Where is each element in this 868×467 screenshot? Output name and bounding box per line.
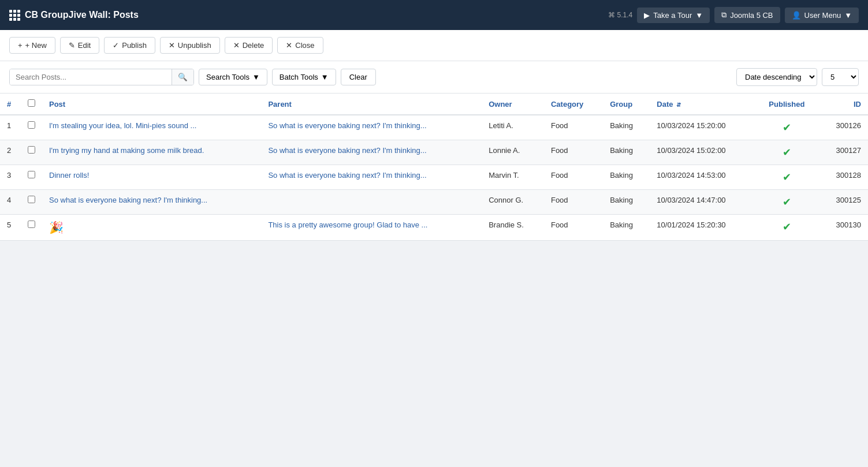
batch-tools-label: Batch Tools	[280, 73, 318, 81]
post-link[interactable]: I'm stealing your idea, lol. Mini-pies s…	[49, 121, 196, 130]
batch-tools-chevron-icon: ▼	[321, 73, 329, 81]
row-id: 300125	[818, 190, 868, 215]
row-owner: Connor G.	[482, 190, 544, 215]
joomla-button[interactable]: ⧉ Joomla 5 CB	[714, 7, 780, 23]
publish-button[interactable]: ✓ Publish	[104, 37, 155, 54]
row-num: 4	[0, 190, 21, 215]
table-row: 5🎉This is a pretty awesome group! Glad t…	[0, 215, 868, 241]
published-checkmark: ✔	[783, 171, 791, 183]
row-num: 5	[0, 215, 21, 241]
parent-link[interactable]: So what is everyone baking next? I'm thi…	[268, 171, 426, 180]
tour-label: Take a Tour	[653, 11, 692, 20]
row-published[interactable]: ✔	[755, 190, 819, 215]
row-group: Baking	[603, 190, 650, 215]
row-parent: So what is everyone baking next? I'm thi…	[261, 165, 482, 190]
clear-button[interactable]: Clear	[341, 69, 376, 85]
row-checkbox[interactable]	[28, 146, 35, 154]
row-published[interactable]: ✔	[755, 115, 819, 140]
col-num: #	[0, 94, 21, 115]
row-id: 300126	[818, 115, 868, 140]
post-link[interactable]: Dinner rolls!	[49, 171, 89, 180]
search-tools-label: Search Tools	[206, 73, 249, 81]
parent-link[interactable]: So what is everyone baking next? I'm thi…	[268, 146, 426, 155]
row-date: 10/01/2024 15:20:30	[650, 215, 755, 241]
row-published[interactable]: ✔	[755, 165, 819, 190]
new-button[interactable]: + + New	[9, 37, 55, 54]
tour-chevron-icon: ▼	[695, 11, 703, 20]
search-tools-chevron-icon: ▼	[252, 73, 260, 81]
row-parent: This is a pretty awesome group! Glad to …	[261, 215, 482, 241]
close-button[interactable]: ✕ Close	[277, 37, 323, 54]
unpublish-icon: ✕	[169, 41, 175, 50]
row-category: Food	[544, 165, 603, 190]
published-checkmark: ✔	[783, 122, 791, 133]
table-row: 3Dinner rolls!So what is everyone baking…	[0, 165, 868, 190]
search-bar: 🔍 Search Tools ▼ Batch Tools ▼ Clear Dat…	[0, 61, 868, 94]
search-submit-button[interactable]: 🔍	[172, 69, 193, 85]
take-a-tour-button[interactable]: ▶ Take a Tour ▼	[637, 8, 710, 23]
post-link[interactable]: I'm trying my hand at making some milk b…	[49, 146, 204, 155]
top-bar: CB GroupJive Wall: Posts ⌘ 5.1.4 ▶ Take …	[0, 0, 868, 30]
row-published[interactable]: ✔	[755, 140, 819, 165]
col-group: Group	[603, 94, 650, 115]
row-category: Food	[544, 190, 603, 215]
publish-icon: ✓	[113, 41, 119, 50]
row-checkbox[interactable]	[28, 171, 35, 178]
main-content: # Post Parent Owner Category Group Date …	[0, 94, 868, 241]
publish-label: Publish	[122, 41, 147, 50]
new-label: + New	[25, 41, 47, 50]
edit-label: Edit	[78, 41, 91, 50]
posts-table: # Post Parent Owner Category Group Date …	[0, 94, 868, 241]
post-link[interactable]: So what is everyone baking next? I'm thi…	[49, 196, 207, 204]
parent-link[interactable]: This is a pretty awesome group! Glad to …	[268, 221, 427, 229]
row-checkbox[interactable]	[28, 221, 35, 228]
row-checkbox[interactable]	[28, 121, 35, 129]
edit-button[interactable]: ✎ Edit	[60, 37, 99, 54]
row-group: Baking	[603, 165, 650, 190]
table-row: 4So what is everyone baking next? I'm th…	[0, 190, 868, 215]
sort-select[interactable]: Date descending Date ascending ID descen…	[736, 68, 817, 86]
row-category: Food	[544, 140, 603, 165]
user-menu-button[interactable]: 👤 User Menu ▼	[785, 8, 859, 23]
delete-icon: ✕	[233, 41, 240, 50]
select-all-checkbox[interactable]	[28, 99, 35, 107]
row-date: 10/03/2024 14:53:00	[650, 165, 755, 190]
row-owner: Marvin T.	[482, 165, 544, 190]
brand: CB GroupJive Wall: Posts	[9, 10, 608, 21]
col-checkbox	[21, 94, 42, 115]
row-checkbox[interactable]	[28, 196, 35, 203]
search-tools-button[interactable]: Search Tools ▼	[199, 69, 267, 85]
row-category: Food	[544, 115, 603, 140]
table-header: # Post Parent Owner Category Group Date …	[0, 94, 868, 115]
col-category: Category	[544, 94, 603, 115]
col-owner: Owner	[482, 94, 544, 115]
search-input-wrap: 🔍	[9, 69, 194, 85]
row-owner: Letiti A.	[482, 115, 544, 140]
published-checkmark: ✔	[783, 196, 791, 208]
row-group: Baking	[603, 140, 650, 165]
row-published[interactable]: ✔	[755, 215, 819, 241]
search-icon: 🔍	[178, 73, 188, 81]
row-parent: So what is everyone baking next? I'm thi…	[261, 115, 482, 140]
close-icon: ✕	[286, 41, 292, 50]
row-num: 3	[0, 165, 21, 190]
parent-link[interactable]: So what is everyone baking next? I'm thi…	[268, 121, 426, 130]
row-date: 10/03/2024 15:02:00	[650, 140, 755, 165]
grid-icon	[9, 10, 20, 21]
clear-label: Clear	[349, 73, 367, 81]
row-checkbox-cell	[21, 215, 42, 241]
row-checkbox-cell	[21, 165, 42, 190]
batch-tools-button[interactable]: Batch Tools ▼	[272, 69, 336, 85]
row-owner: Brandie S.	[482, 215, 544, 241]
user-icon: 👤	[792, 11, 801, 20]
per-page-select[interactable]: 5 10 20 50 100	[822, 68, 859, 86]
unpublish-button[interactable]: ✕ Unpublish	[160, 37, 220, 54]
row-category: Food	[544, 215, 603, 241]
row-date: 10/03/2024 14:47:00	[650, 190, 755, 215]
published-checkmark: ✔	[783, 221, 791, 233]
delete-button[interactable]: ✕ Delete	[225, 37, 273, 54]
search-input[interactable]	[10, 69, 172, 85]
published-checkmark: ✔	[783, 147, 791, 158]
col-parent: Parent	[261, 94, 482, 115]
row-num: 2	[0, 140, 21, 165]
